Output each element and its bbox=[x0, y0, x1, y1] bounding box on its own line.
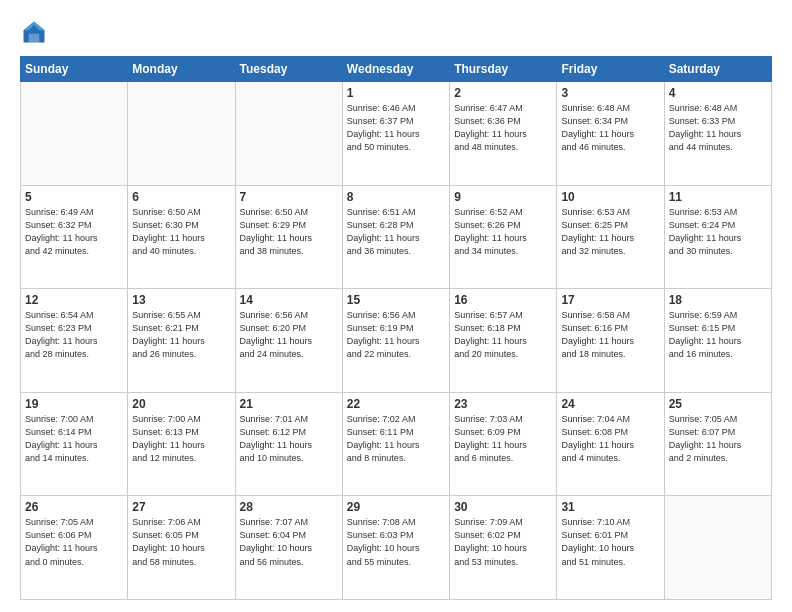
day-number: 27 bbox=[132, 500, 230, 514]
weekday-header-tuesday: Tuesday bbox=[235, 57, 342, 82]
calendar-cell: 9Sunrise: 6:52 AM Sunset: 6:26 PM Daylig… bbox=[450, 185, 557, 289]
day-number: 9 bbox=[454, 190, 552, 204]
calendar-cell bbox=[664, 496, 771, 600]
day-info: Sunrise: 6:57 AM Sunset: 6:18 PM Dayligh… bbox=[454, 309, 552, 361]
day-info: Sunrise: 6:59 AM Sunset: 6:15 PM Dayligh… bbox=[669, 309, 767, 361]
header bbox=[20, 18, 772, 46]
weekday-header-row: SundayMondayTuesdayWednesdayThursdayFrid… bbox=[21, 57, 772, 82]
calendar-cell: 4Sunrise: 6:48 AM Sunset: 6:33 PM Daylig… bbox=[664, 82, 771, 186]
week-row-4: 19Sunrise: 7:00 AM Sunset: 6:14 PM Dayli… bbox=[21, 392, 772, 496]
week-row-3: 12Sunrise: 6:54 AM Sunset: 6:23 PM Dayli… bbox=[21, 289, 772, 393]
day-number: 23 bbox=[454, 397, 552, 411]
calendar-cell: 14Sunrise: 6:56 AM Sunset: 6:20 PM Dayli… bbox=[235, 289, 342, 393]
day-number: 18 bbox=[669, 293, 767, 307]
day-number: 15 bbox=[347, 293, 445, 307]
day-info: Sunrise: 7:10 AM Sunset: 6:01 PM Dayligh… bbox=[561, 516, 659, 568]
day-info: Sunrise: 6:48 AM Sunset: 6:33 PM Dayligh… bbox=[669, 102, 767, 154]
week-row-1: 1Sunrise: 6:46 AM Sunset: 6:37 PM Daylig… bbox=[21, 82, 772, 186]
week-row-5: 26Sunrise: 7:05 AM Sunset: 6:06 PM Dayli… bbox=[21, 496, 772, 600]
calendar-cell bbox=[235, 82, 342, 186]
calendar-cell: 1Sunrise: 6:46 AM Sunset: 6:37 PM Daylig… bbox=[342, 82, 449, 186]
day-info: Sunrise: 6:54 AM Sunset: 6:23 PM Dayligh… bbox=[25, 309, 123, 361]
calendar-cell: 11Sunrise: 6:53 AM Sunset: 6:24 PM Dayli… bbox=[664, 185, 771, 289]
logo bbox=[20, 18, 52, 46]
day-number: 3 bbox=[561, 86, 659, 100]
day-number: 10 bbox=[561, 190, 659, 204]
day-number: 31 bbox=[561, 500, 659, 514]
calendar-cell: 24Sunrise: 7:04 AM Sunset: 6:08 PM Dayli… bbox=[557, 392, 664, 496]
calendar-cell: 13Sunrise: 6:55 AM Sunset: 6:21 PM Dayli… bbox=[128, 289, 235, 393]
day-info: Sunrise: 7:01 AM Sunset: 6:12 PM Dayligh… bbox=[240, 413, 338, 465]
calendar-cell: 15Sunrise: 6:56 AM Sunset: 6:19 PM Dayli… bbox=[342, 289, 449, 393]
weekday-header-sunday: Sunday bbox=[21, 57, 128, 82]
day-number: 5 bbox=[25, 190, 123, 204]
day-number: 13 bbox=[132, 293, 230, 307]
day-info: Sunrise: 6:50 AM Sunset: 6:29 PM Dayligh… bbox=[240, 206, 338, 258]
weekday-header-friday: Friday bbox=[557, 57, 664, 82]
day-number: 26 bbox=[25, 500, 123, 514]
day-number: 12 bbox=[25, 293, 123, 307]
day-info: Sunrise: 6:53 AM Sunset: 6:24 PM Dayligh… bbox=[669, 206, 767, 258]
calendar-cell: 12Sunrise: 6:54 AM Sunset: 6:23 PM Dayli… bbox=[21, 289, 128, 393]
week-row-2: 5Sunrise: 6:49 AM Sunset: 6:32 PM Daylig… bbox=[21, 185, 772, 289]
day-number: 28 bbox=[240, 500, 338, 514]
calendar-cell: 25Sunrise: 7:05 AM Sunset: 6:07 PM Dayli… bbox=[664, 392, 771, 496]
calendar-cell: 19Sunrise: 7:00 AM Sunset: 6:14 PM Dayli… bbox=[21, 392, 128, 496]
calendar-cell: 23Sunrise: 7:03 AM Sunset: 6:09 PM Dayli… bbox=[450, 392, 557, 496]
day-number: 22 bbox=[347, 397, 445, 411]
day-info: Sunrise: 6:55 AM Sunset: 6:21 PM Dayligh… bbox=[132, 309, 230, 361]
calendar-cell: 22Sunrise: 7:02 AM Sunset: 6:11 PM Dayli… bbox=[342, 392, 449, 496]
day-info: Sunrise: 6:58 AM Sunset: 6:16 PM Dayligh… bbox=[561, 309, 659, 361]
day-number: 21 bbox=[240, 397, 338, 411]
calendar-cell: 29Sunrise: 7:08 AM Sunset: 6:03 PM Dayli… bbox=[342, 496, 449, 600]
calendar-cell: 2Sunrise: 6:47 AM Sunset: 6:36 PM Daylig… bbox=[450, 82, 557, 186]
calendar-cell: 30Sunrise: 7:09 AM Sunset: 6:02 PM Dayli… bbox=[450, 496, 557, 600]
day-number: 24 bbox=[561, 397, 659, 411]
day-info: Sunrise: 7:02 AM Sunset: 6:11 PM Dayligh… bbox=[347, 413, 445, 465]
day-info: Sunrise: 7:09 AM Sunset: 6:02 PM Dayligh… bbox=[454, 516, 552, 568]
day-number: 7 bbox=[240, 190, 338, 204]
day-info: Sunrise: 7:00 AM Sunset: 6:14 PM Dayligh… bbox=[25, 413, 123, 465]
day-info: Sunrise: 6:47 AM Sunset: 6:36 PM Dayligh… bbox=[454, 102, 552, 154]
day-number: 19 bbox=[25, 397, 123, 411]
day-number: 16 bbox=[454, 293, 552, 307]
calendar-cell: 18Sunrise: 6:59 AM Sunset: 6:15 PM Dayli… bbox=[664, 289, 771, 393]
calendar-page: SundayMondayTuesdayWednesdayThursdayFrid… bbox=[0, 0, 792, 612]
day-number: 20 bbox=[132, 397, 230, 411]
day-info: Sunrise: 7:03 AM Sunset: 6:09 PM Dayligh… bbox=[454, 413, 552, 465]
day-info: Sunrise: 7:05 AM Sunset: 6:06 PM Dayligh… bbox=[25, 516, 123, 568]
day-number: 2 bbox=[454, 86, 552, 100]
weekday-header-monday: Monday bbox=[128, 57, 235, 82]
day-info: Sunrise: 6:46 AM Sunset: 6:37 PM Dayligh… bbox=[347, 102, 445, 154]
day-number: 17 bbox=[561, 293, 659, 307]
day-number: 29 bbox=[347, 500, 445, 514]
calendar-cell: 8Sunrise: 6:51 AM Sunset: 6:28 PM Daylig… bbox=[342, 185, 449, 289]
calendar-cell: 5Sunrise: 6:49 AM Sunset: 6:32 PM Daylig… bbox=[21, 185, 128, 289]
day-number: 14 bbox=[240, 293, 338, 307]
calendar-cell: 26Sunrise: 7:05 AM Sunset: 6:06 PM Dayli… bbox=[21, 496, 128, 600]
day-info: Sunrise: 7:00 AM Sunset: 6:13 PM Dayligh… bbox=[132, 413, 230, 465]
day-number: 25 bbox=[669, 397, 767, 411]
day-number: 6 bbox=[132, 190, 230, 204]
day-info: Sunrise: 6:56 AM Sunset: 6:20 PM Dayligh… bbox=[240, 309, 338, 361]
day-info: Sunrise: 6:56 AM Sunset: 6:19 PM Dayligh… bbox=[347, 309, 445, 361]
day-number: 4 bbox=[669, 86, 767, 100]
weekday-header-wednesday: Wednesday bbox=[342, 57, 449, 82]
calendar-cell: 21Sunrise: 7:01 AM Sunset: 6:12 PM Dayli… bbox=[235, 392, 342, 496]
calendar-cell bbox=[21, 82, 128, 186]
calendar-cell: 6Sunrise: 6:50 AM Sunset: 6:30 PM Daylig… bbox=[128, 185, 235, 289]
day-number: 11 bbox=[669, 190, 767, 204]
calendar-cell: 28Sunrise: 7:07 AM Sunset: 6:04 PM Dayli… bbox=[235, 496, 342, 600]
calendar-cell: 31Sunrise: 7:10 AM Sunset: 6:01 PM Dayli… bbox=[557, 496, 664, 600]
day-info: Sunrise: 7:06 AM Sunset: 6:05 PM Dayligh… bbox=[132, 516, 230, 568]
day-info: Sunrise: 6:50 AM Sunset: 6:30 PM Dayligh… bbox=[132, 206, 230, 258]
day-info: Sunrise: 7:04 AM Sunset: 6:08 PM Dayligh… bbox=[561, 413, 659, 465]
day-info: Sunrise: 6:53 AM Sunset: 6:25 PM Dayligh… bbox=[561, 206, 659, 258]
day-info: Sunrise: 7:07 AM Sunset: 6:04 PM Dayligh… bbox=[240, 516, 338, 568]
day-info: Sunrise: 6:52 AM Sunset: 6:26 PM Dayligh… bbox=[454, 206, 552, 258]
svg-rect-2 bbox=[29, 34, 40, 43]
day-number: 8 bbox=[347, 190, 445, 204]
calendar-cell: 27Sunrise: 7:06 AM Sunset: 6:05 PM Dayli… bbox=[128, 496, 235, 600]
weekday-header-thursday: Thursday bbox=[450, 57, 557, 82]
day-info: Sunrise: 7:08 AM Sunset: 6:03 PM Dayligh… bbox=[347, 516, 445, 568]
